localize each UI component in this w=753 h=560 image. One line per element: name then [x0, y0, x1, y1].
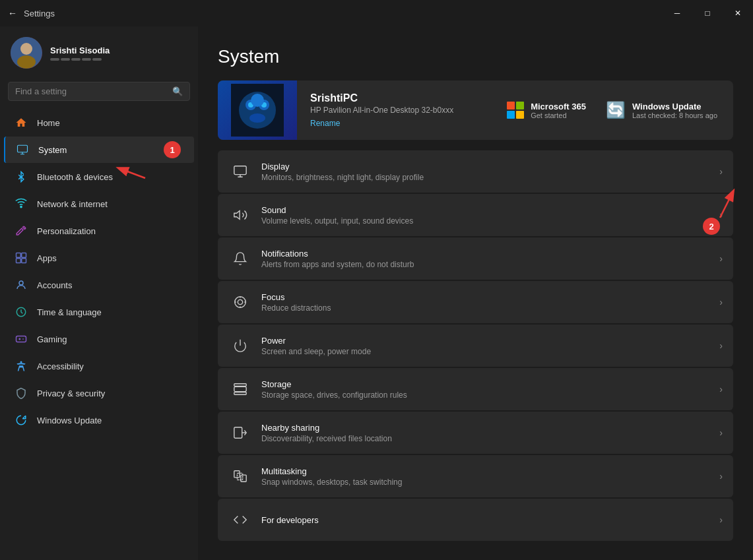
- svg-rect-7: [16, 259, 21, 263]
- power-chevron-icon: ›: [719, 340, 723, 351]
- power-desc: Screen and sleep, power mode: [261, 347, 719, 356]
- titlebar: ← Settings ─ □ ✕: [0, 0, 753, 26]
- display-desc: Monitors, brightness, night light, displ…: [261, 173, 719, 182]
- accessibility-icon: [15, 359, 28, 373]
- ms365-text: Microsoft 365 Get started: [531, 102, 586, 119]
- focus-text: FocusReduce distractions: [261, 292, 719, 313]
- sidebar-item-update[interactable]: Windows Update: [4, 407, 194, 433]
- annotation-2: 2: [703, 218, 720, 235]
- windows-update-icon: 🔄: [606, 101, 626, 119]
- sidebar-item-apps[interactable]: Apps: [4, 245, 194, 271]
- sound-desc: Volume levels, output, input, sound devi…: [261, 216, 719, 226]
- sound-text: SoundVolume levels, output, input, sound…: [261, 205, 719, 226]
- windows-update-text: Windows Update Last checked: 8 hours ago: [632, 102, 717, 119]
- nearby-title: Nearby sharing: [261, 423, 719, 433]
- ms365-icon: [507, 102, 524, 119]
- maximize-button[interactable]: □: [692, 0, 723, 26]
- settings-item-storage[interactable]: StorageStorage space, drives, configurat…: [218, 368, 733, 410]
- sidebar-item-network[interactable]: Network & internet: [4, 191, 194, 217]
- svg-point-2: [17, 55, 36, 69]
- user-profile[interactable]: Srishti Sisodia: [0, 26, 198, 79]
- svg-rect-25: [234, 387, 246, 391]
- sidebar-item-label-home: Home: [37, 118, 60, 128]
- display-title: Display: [261, 162, 719, 171]
- sidebar-item-label-update: Windows Update: [37, 416, 102, 425]
- nearby-chevron-icon: ›: [719, 427, 723, 438]
- settings-item-focus[interactable]: FocusReduce distractions›: [218, 281, 733, 323]
- sidebar-item-accessibility[interactable]: Accessibility: [4, 353, 194, 379]
- multitasking-chevron-icon: ›: [719, 471, 723, 482]
- settings-item-sound[interactable]: SoundVolume levels, output, input, sound…: [218, 194, 733, 236]
- nearby-desc: Discoverability, received files location: [261, 434, 719, 443]
- sidebar-item-privacy[interactable]: Privacy & security: [4, 380, 194, 406]
- main-content: System SrishtiPC HP Pavilion All-in-O: [198, 26, 753, 560]
- system-icon: [16, 143, 29, 156]
- ms365-sublabel: Get started: [531, 111, 586, 119]
- sidebar-item-bluetooth[interactable]: Bluetooth & devices: [4, 164, 194, 190]
- notifications-icon: [228, 247, 252, 270]
- svg-rect-31: [241, 475, 246, 482]
- titlebar-left: ← Settings: [8, 8, 55, 18]
- sidebar-item-label-accessibility: Accessibility: [37, 361, 84, 371]
- developers-title: For developers: [261, 515, 719, 525]
- pc-actions: Microsoft 365 Get started 🔄 Windows Upda…: [507, 101, 733, 119]
- settings-item-multitasking[interactable]: MultitaskingSnap windows, desktops, task…: [218, 455, 733, 497]
- personalization-icon: [15, 224, 28, 237]
- sidebar-item-home[interactable]: Home: [4, 109, 194, 136]
- back-button[interactable]: ←: [8, 8, 17, 18]
- page-title: System: [218, 46, 733, 67]
- sidebar-item-accounts[interactable]: Accounts: [4, 272, 194, 298]
- avatar: [11, 37, 42, 69]
- nearby-text: Nearby sharingDiscoverability, received …: [261, 423, 719, 443]
- svg-point-22: [235, 297, 246, 308]
- pc-rename[interactable]: Rename: [310, 119, 494, 128]
- settings-item-developers[interactable]: For developers›: [218, 499, 733, 541]
- privacy-icon: [15, 387, 28, 400]
- svg-point-9: [19, 281, 23, 285]
- pc-image: [218, 80, 297, 140]
- annotation-1: 1: [164, 141, 181, 158]
- nearby-icon: [228, 421, 252, 445]
- user-name: Srishti Sisodia: [50, 46, 190, 55]
- apps-icon: [15, 251, 28, 264]
- time-icon: [15, 305, 28, 319]
- power-title: Power: [261, 336, 719, 346]
- developers-chevron-icon: ›: [719, 514, 723, 525]
- svg-rect-11: [16, 336, 26, 342]
- svg-rect-30: [234, 471, 240, 478]
- svg-rect-21: [234, 166, 246, 175]
- windows-update-action[interactable]: 🔄 Windows Update Last checked: 8 hours a…: [606, 101, 717, 119]
- sidebar-item-gaming[interactable]: Gaming: [4, 326, 194, 352]
- search-input[interactable]: [15, 86, 167, 96]
- sidebar-item-label-network: Network & internet: [37, 199, 108, 209]
- settings-item-power[interactable]: PowerScreen and sleep, power mode›: [218, 325, 733, 367]
- display-chevron-icon: ›: [719, 166, 723, 177]
- svg-rect-8: [22, 259, 26, 263]
- developers-icon: [228, 508, 252, 532]
- pc-name: SrishtiPC: [310, 92, 494, 104]
- pc-card[interactable]: SrishtiPC HP Pavilion All-in-One Desktop…: [218, 80, 733, 140]
- ms365-action[interactable]: Microsoft 365 Get started: [507, 101, 586, 119]
- windows-update-label: Windows Update: [632, 102, 717, 111]
- sidebar-item-label-apps: Apps: [37, 253, 57, 263]
- developers-text: For developers: [261, 515, 719, 525]
- nav-list: HomeSystem1Bluetooth & devicesNetwork & …: [0, 109, 198, 434]
- multitasking-title: Multitasking: [261, 466, 719, 476]
- search-box[interactable]: 🔍: [8, 82, 190, 101]
- settings-item-display[interactable]: DisplayMonitors, brightness, night light…: [218, 150, 733, 193]
- gaming-icon: [15, 332, 28, 346]
- sidebar-item-personalization[interactable]: Personalization: [4, 218, 194, 244]
- sidebar-item-time[interactable]: Time & language: [4, 299, 194, 325]
- sound-title: Sound: [261, 205, 719, 215]
- settings-item-nearby[interactable]: Nearby sharingDiscoverability, received …: [218, 412, 733, 454]
- storage-text: StorageStorage space, drives, configurat…: [261, 379, 719, 400]
- svg-rect-28: [234, 392, 246, 395]
- multitasking-desc: Snap windows, desktops, task switching: [261, 478, 719, 487]
- minimize-button[interactable]: ─: [662, 0, 692, 26]
- storage-chevron-icon: ›: [719, 384, 723, 394]
- notifications-title: Notifications: [261, 249, 719, 259]
- svg-point-20: [251, 94, 264, 107]
- sidebar-item-system[interactable]: System1: [4, 137, 194, 163]
- close-button[interactable]: ✕: [723, 0, 753, 26]
- settings-item-notifications[interactable]: NotificationsAlerts from apps and system…: [218, 237, 733, 280]
